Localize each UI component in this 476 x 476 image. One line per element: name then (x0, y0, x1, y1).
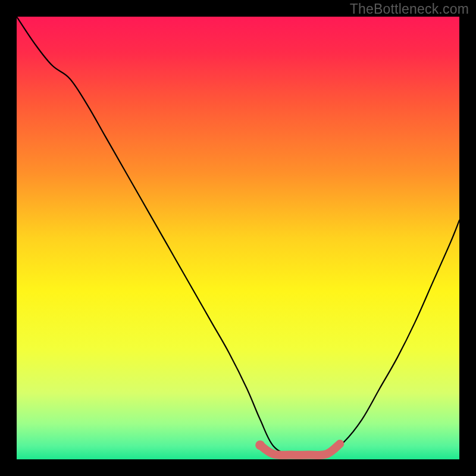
chart-stage: TheBottleneck.com (0, 0, 476, 476)
plot-svg (17, 17, 459, 459)
plot-area (17, 17, 459, 459)
watermark-text: TheBottleneck.com (350, 1, 469, 17)
gradient-background (17, 17, 459, 459)
optimal-point-marker (255, 440, 265, 450)
